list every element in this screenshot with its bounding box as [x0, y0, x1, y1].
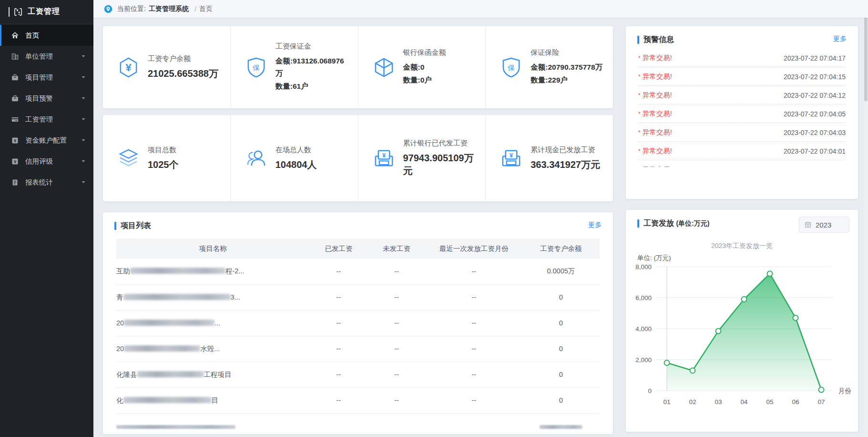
redacted-project-name — [130, 268, 225, 274]
stat-cell-2-3: 累计银行已代发工资97943.905109万元 — [358, 115, 486, 201]
cube-icon — [373, 56, 395, 79]
unpaid-salary-cell: -- — [368, 336, 426, 362]
sidebar-item-8[interactable]: 报表统计 — [0, 172, 93, 193]
last-month-cell: -- — [426, 284, 522, 310]
alert-timestamp: 2023-07-22 07:03:50 — [784, 166, 846, 167]
alert-text: *异常交易! — [638, 72, 672, 81]
logo-divider — [9, 7, 10, 17]
stat-row-2: 项目总数1025个在场总人数104804人累计银行已代发工资97943.9051… — [103, 115, 613, 201]
project-name-link[interactable]: 互助程-2... — [116, 267, 244, 275]
year-selector[interactable]: 2023 — [799, 217, 849, 233]
salary-chart-svg: 单位: (万元)02,0004,0006,0008,00001020304050… — [633, 252, 854, 417]
project-name-link[interactable]: 青3... — [116, 293, 240, 301]
data-point-02 — [690, 368, 695, 373]
alert-timestamp: 2023-07-22 07:04:15 — [784, 73, 846, 81]
project-name-link[interactable]: 20水毁... — [116, 345, 220, 353]
alert-star-icon: * — [638, 73, 641, 80]
project-name-link[interactable]: 化隆县工程项目 — [116, 371, 232, 378]
project-name-link[interactable] — [116, 422, 235, 430]
users-icon — [245, 147, 267, 169]
sidebar-item-label: 信用评级 — [25, 157, 81, 166]
project-name-prefix: 化隆县 — [116, 371, 137, 378]
sidebar-item-label: 报表统计 — [25, 178, 81, 187]
table-row-5[interactable]: 化隆县工程项目------0 — [116, 362, 600, 387]
cash-icon — [373, 147, 395, 169]
redacted-text — [540, 425, 582, 429]
sidebar-item-5[interactable]: 工资管理 — [0, 109, 93, 130]
column-header-5: 工资专户余额 — [522, 239, 600, 259]
sidebar-item-6[interactable]: 资金账户配置 — [0, 130, 93, 151]
cash-icon — [500, 147, 522, 169]
unpaid-salary-cell: -- — [368, 362, 426, 387]
stat-label: 在场总人数 — [276, 146, 317, 155]
data-point-07 — [819, 387, 824, 393]
table-row-2[interactable]: 青3...------0 — [116, 284, 600, 310]
stat-label: 项目总数 — [148, 146, 179, 155]
sidebar-item-1[interactable]: 首页 — [0, 25, 93, 46]
alert-item-1[interactable]: *异常交易!2023-07-22 07:04:17 — [638, 49, 846, 67]
report-icon — [11, 178, 19, 187]
last-month-cell: -- — [426, 336, 522, 362]
breadcrumb-root[interactable]: 工资管理系统 — [149, 5, 189, 13]
stat-texts: 工资专户余额21025.665388万 — [148, 54, 225, 80]
x-tick-label: 01 — [663, 398, 670, 406]
breadcrumb-separator: / — [194, 5, 196, 13]
table-row-1[interactable]: 互助程-2...------0.0005万 — [116, 259, 600, 284]
table-row-4[interactable]: 20水毁...------0 — [116, 336, 600, 362]
account-balance-cell: 0 — [522, 284, 600, 310]
alert-timestamp: 2023-07-22 07:04:05 — [784, 110, 846, 118]
chevron-down-icon — [81, 180, 86, 185]
table-row-7[interactable] — [116, 413, 600, 434]
alert-item-4[interactable]: *异常交易!2023-07-22 07:04:05 — [638, 104, 846, 123]
sidebar-item-7[interactable]: 信用评级 — [0, 151, 93, 172]
x-axis-name: 月份 — [838, 387, 851, 395]
yen-square-icon — [11, 157, 19, 166]
redacted-project-name — [137, 371, 204, 377]
project-name-suffix: 目 — [212, 396, 219, 404]
sidebar-item-2[interactable]: 单位管理 — [0, 46, 93, 67]
sidebar-item-label: 项目预警 — [25, 94, 81, 103]
title-accent-bar — [637, 219, 639, 228]
sidebar-menu: 首页单位管理项目管理项目预警工资管理资金账户配置信用评级报表统计 — [0, 24, 93, 193]
alert-star-icon: * — [638, 55, 641, 62]
alert-item-6[interactable]: *异常交易!2023-07-22 07:04:01 — [638, 142, 846, 160]
unpaid-salary-cell: -- — [368, 387, 426, 413]
salary-chart-unit-suffix: (单位:万元) — [676, 219, 709, 227]
project-name-prefix: 化 — [116, 396, 123, 404]
unpaid-salary-cell — [368, 413, 426, 434]
account-balance-cell: 0 — [522, 336, 600, 362]
project-name-suffix: ... — [214, 319, 220, 327]
data-point-05 — [767, 271, 773, 276]
x-tick-label: 03 — [715, 398, 722, 406]
alert-timestamp: 2023-07-22 07:04:03 — [784, 129, 846, 136]
column-header-2: 已发工资 — [310, 239, 368, 259]
project-name-link[interactable]: 20... — [116, 319, 220, 327]
alerts-more-link[interactable]: 更多 — [833, 35, 847, 43]
paid-salary-cell: -- — [310, 259, 368, 284]
alert-item-2[interactable]: *异常交易!2023-07-22 07:04:15 — [638, 67, 846, 86]
alert-list: *异常交易!2023-07-22 07:04:17*异常交易!2023-07-2… — [638, 49, 846, 167]
stat-texts: 累计银行已代发工资97943.905109万元 — [403, 139, 486, 177]
breadcrumb-current[interactable]: 首页 — [199, 5, 213, 13]
project-name-link[interactable]: 化目 — [116, 396, 218, 404]
stat-label: 工资保证金 — [276, 42, 351, 51]
account-balance-cell: 0 — [522, 310, 600, 336]
project-list-more-link[interactable]: 更多 — [588, 221, 602, 229]
redacted-project-name — [123, 294, 231, 300]
alert-item-5[interactable]: *异常交易!2023-07-22 07:04:03 — [638, 123, 846, 142]
sidebar-item-4[interactable]: 项目预警 — [0, 88, 93, 109]
account-balance-cell — [522, 413, 600, 434]
table-row-6[interactable]: 化目------0 — [116, 387, 600, 413]
alert-item-7[interactable]: *异常交易!2023-07-22 07:03:50 — [638, 160, 846, 167]
x-tick-label: 05 — [766, 398, 773, 406]
last-month-cell: -- — [426, 310, 522, 336]
project-name-prefix: 20 — [116, 345, 124, 353]
hexagon-yen-icon — [117, 56, 140, 79]
alert-item-3[interactable]: *异常交易!2023-07-22 07:04:12 — [638, 86, 846, 104]
table-row-3[interactable]: 20...------0 — [116, 310, 600, 336]
alert-timestamp: 2023-07-22 07:04:12 — [784, 92, 846, 99]
data-point-06 — [793, 315, 798, 321]
sidebar-item-3[interactable]: 项目管理 — [0, 67, 93, 88]
paid-salary-cell — [310, 413, 368, 434]
stat-subvalue: 数量:229户 — [531, 74, 602, 86]
